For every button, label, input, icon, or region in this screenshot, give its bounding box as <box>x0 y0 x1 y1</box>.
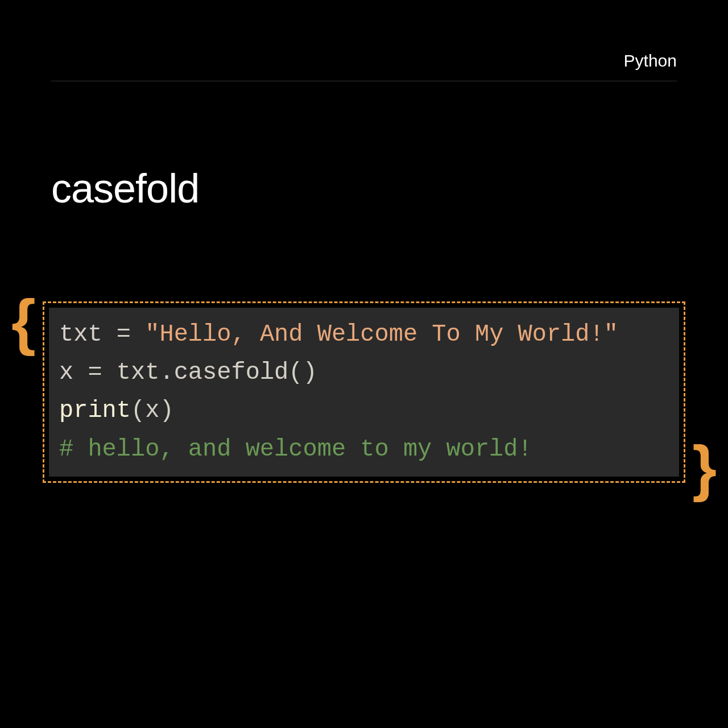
code-string: "Hello, And Welcome To My World!" <box>145 321 618 348</box>
code-operator: = <box>73 359 117 386</box>
code-comment: # hello, and welcome to my world! <box>59 436 532 463</box>
brace-open-icon: { <box>11 290 36 353</box>
page-title: casefold <box>51 165 199 212</box>
code-variable: x <box>59 359 73 386</box>
code-function: print <box>59 397 131 424</box>
code-block: txt = "Hello, And Welcome To My World!" … <box>49 308 679 477</box>
header-bar: Python <box>51 51 677 81</box>
code-container: { txt = "Hello, And Welcome To My World!… <box>43 301 685 483</box>
code-operator: = <box>102 321 146 348</box>
code-expression: txt.casefold() <box>117 359 317 386</box>
code-punct: ( <box>131 397 145 424</box>
code-variable: txt <box>59 321 102 348</box>
code-punct: ) <box>159 397 173 424</box>
code-line-1: txt = "Hello, And Welcome To My World!" <box>59 316 669 354</box>
code-argument: x <box>145 397 159 424</box>
code-line-4: # hello, and welcome to my world! <box>59 431 669 469</box>
language-label: Python <box>624 51 677 71</box>
brace-close-icon: } <box>692 436 717 499</box>
code-line-2: x = txt.casefold() <box>59 354 669 392</box>
code-box: txt = "Hello, And Welcome To My World!" … <box>43 301 685 483</box>
code-line-3: print(x) <box>59 392 669 430</box>
